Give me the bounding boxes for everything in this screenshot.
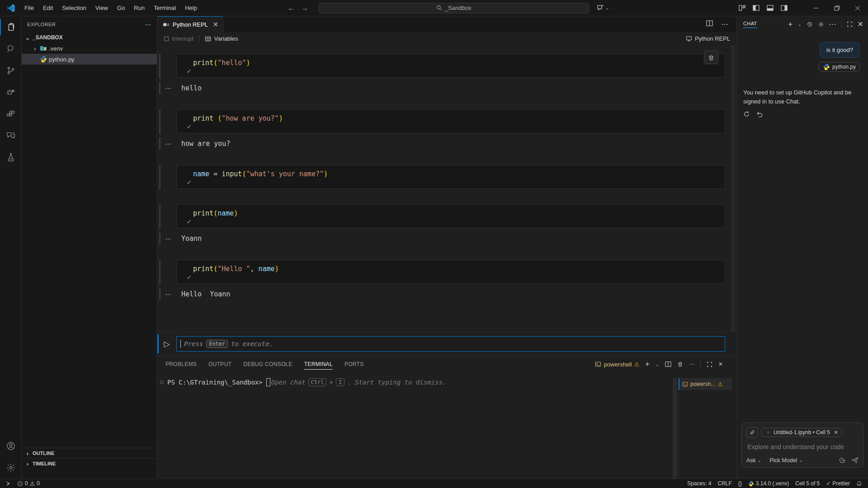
activitybar-testing-icon[interactable] [0,146,22,168]
code-cell-2[interactable]: print ("how are you?")✓ [176,109,725,133]
code-cell-1[interactable]: print("hello")✓ [176,54,725,78]
activitybar-run-debug-icon[interactable] [0,81,22,103]
model-picker-dropdown[interactable]: Pick Model ⌄ [769,457,803,464]
chat-history-icon[interactable] [807,21,813,28]
chat-new-dropdown-icon[interactable]: ⌄ [797,22,801,27]
activitybar-explorer-icon[interactable] [0,16,22,38]
cell-position-status[interactable]: Cell 5 of 5 [792,480,823,487]
problems-status[interactable]: 0 ⚠ 0 [14,480,43,487]
settings-gear-icon[interactable] [0,457,22,479]
eol-status[interactable]: CRLF [714,480,735,487]
panel-tab-problems[interactable]: PROBLEMS [165,357,197,372]
voice-chat-icon[interactable] [838,457,846,464]
chat-input-placeholder[interactable]: Explore and understand your code [747,443,859,450]
maximize-chat-icon[interactable] [847,21,853,27]
kill-terminal-trash-icon[interactable] [677,361,683,367]
chat-mode-dropdown[interactable]: Ask ⌄ [746,457,761,464]
close-chat-icon[interactable]: ✕ [858,20,863,28]
split-terminal-icon[interactable] [665,361,671,367]
menu-file[interactable]: File [20,3,38,14]
code-cell-3[interactable]: name = input("what's your name?")✓ [176,165,725,189]
activitybar-search-icon[interactable] [0,38,22,60]
panel-tab-output[interactable]: OUTPUT [208,357,231,372]
context-chip-untitled-ipynb[interactable]: Untitled-1.ipynb • Cell 5 ✕ [761,428,842,437]
outline-section[interactable]: › OUTLINE [22,448,157,458]
chat-more-actions-icon[interactable]: ⋯ [829,20,836,28]
window-minimize-button[interactable] [806,0,826,16]
menu-edit[interactable]: Edit [38,3,57,14]
notifications-bell[interactable] [853,481,865,487]
panel-tab-ports[interactable]: PORTS [344,357,364,372]
retry-icon[interactable] [743,111,750,117]
kernel-picker[interactable]: Python REPL [686,35,730,42]
repl-input-field[interactable]: Press Enter to execute. [176,336,725,352]
terminal-body[interactable]: PS C:\GTraining\_Sandbox> Open chat Ctrl… [157,378,736,485]
maximize-panel-icon[interactable] [707,361,712,367]
language-mode-status[interactable]: {} [735,480,745,487]
tree-item-venv[interactable]: › .venv [22,43,157,54]
chat-attachment-chip[interactable]: python.py [819,62,860,72]
command-center-search[interactable]: _Sandbox [318,3,590,14]
copilot-menu-button[interactable]: ⌄ [597,4,609,12]
customize-layout-icon[interactable] [739,5,745,11]
window-close-button[interactable] [847,0,868,16]
prettier-status[interactable]: ✓ Prettier [823,480,853,487]
output-collapse-icon[interactable]: ⋯ [165,291,182,298]
panel-more-actions-icon[interactable]: ⋯ [689,361,694,367]
activitybar-extensions-icon[interactable] [0,103,22,125]
editor-scrollbar[interactable] [731,45,736,332]
toggle-secondary-sidebar-icon[interactable] [781,5,788,11]
menu-selection[interactable]: Selection [57,3,90,14]
tree-root-sandbox[interactable]: ⌄ _SANDBOX [22,32,157,43]
new-chat-icon[interactable]: + [788,20,793,29]
menu-help[interactable]: Help [180,3,202,14]
nav-back-icon[interactable]: ← [288,4,295,12]
new-terminal-icon[interactable]: + [645,360,649,368]
menu-view[interactable]: View [91,3,113,14]
explorer-more-actions-icon[interactable]: ⋯ [145,21,151,28]
send-icon[interactable] [851,457,859,464]
tab-close-icon[interactable]: ✕ [213,21,218,28]
python-interpreter-status[interactable]: 3.14.0 (.venv) [745,480,792,487]
split-editor-icon[interactable] [706,20,713,27]
output-collapse-icon[interactable]: ⋯ [165,84,182,92]
activitybar-copilot-chat-icon[interactable] [0,125,22,146]
undo-icon[interactable] [756,111,763,117]
terminal-shell-label[interactable]: powershell ⚠ [595,361,639,368]
timeline-section[interactable]: › TIMELINE [22,458,157,469]
output-text: hello [181,84,202,92]
terminal-scrollbar[interactable] [673,378,677,485]
run-cell-icon[interactable]: ▷ [157,339,176,349]
code-cell-5[interactable]: print("Hello ", name)✓ [176,260,725,284]
toggle-panel-icon[interactable] [767,5,774,11]
tab-python-repl[interactable]: Python REPL ✕ [157,16,223,32]
accounts-icon[interactable] [0,435,22,457]
code-cell-4[interactable]: print(name)✓ [176,204,725,228]
indentation-status[interactable]: Spaces: 4 [684,480,714,487]
nav-forward-icon[interactable]: → [301,4,308,12]
terminal-tab-powershell[interactable]: powersh... ⚠ [679,378,732,390]
remove-context-icon[interactable]: ✕ [834,429,838,436]
window-restore-button[interactable] [826,0,847,16]
output-collapse-icon[interactable]: ⋯ [165,235,182,242]
chat-settings-gear-icon[interactable] [818,21,824,28]
panel-tab-debug-console[interactable]: DEBUG CONSOLE [243,357,292,372]
menu-terminal[interactable]: Terminal [149,3,180,14]
attach-context-button[interactable] [746,427,758,438]
delete-cell-button[interactable] [704,51,718,64]
terminal-dropdown-icon[interactable]: ⌄ [656,362,659,367]
chat-title[interactable]: CHAT [743,21,757,28]
editor-more-actions-icon[interactable]: ⋯ [721,20,728,28]
menu-run[interactable]: Run [129,3,149,14]
menu-go[interactable]: Go [113,3,129,14]
toggle-primary-sidebar-icon[interactable] [753,5,760,11]
chat-input-box[interactable]: Untitled-1.ipynb • Cell 5 ✕ Explore and … [741,422,863,468]
activitybar-source-control-icon[interactable] [0,60,22,81]
interrupt-button[interactable]: Interrupt [164,35,193,42]
output-collapse-icon[interactable]: ⋯ [165,140,182,147]
close-panel-icon[interactable]: ✕ [718,361,723,367]
tree-item-python-py[interactable]: python.py [22,54,157,65]
panel-tab-terminal[interactable]: TERMINAL [304,357,333,372]
remote-indicator[interactable] [2,481,14,487]
variables-button[interactable]: Variables [205,35,238,42]
